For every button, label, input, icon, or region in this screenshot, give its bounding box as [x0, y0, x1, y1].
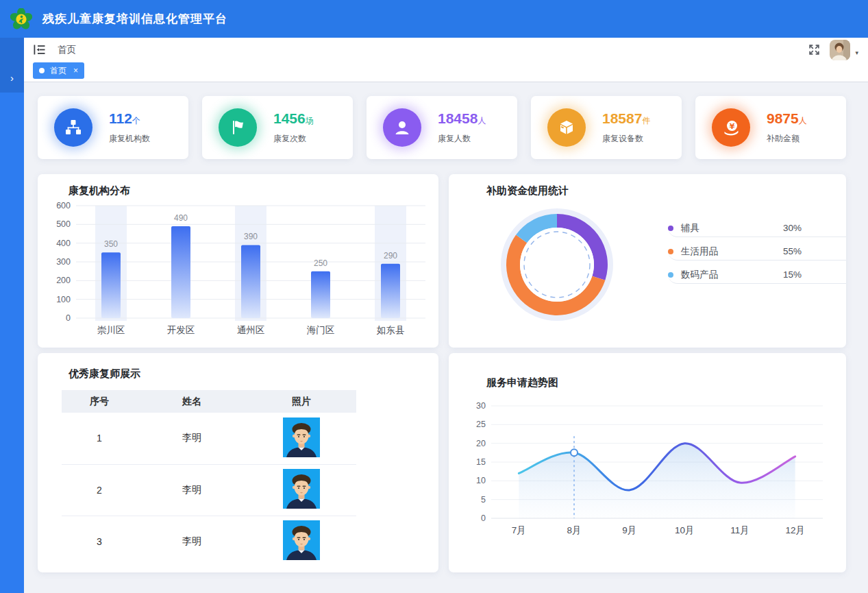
- svg-text:290: 290: [384, 251, 397, 261]
- svg-text:30: 30: [476, 401, 486, 411]
- sidebar: ›: [0, 38, 24, 593]
- user-avatar[interactable]: [830, 40, 850, 60]
- tabbar: 首页 ×: [24, 62, 868, 82]
- stat-card-subsidy: ¥ 9875人 补助金额: [695, 96, 846, 159]
- bottom-row: 优秀康复师展示 序号 姓名 照片 1 李明: [38, 353, 846, 572]
- svg-text:490: 490: [174, 213, 188, 223]
- therapist-table-card: 优秀康复师展示 序号 姓名 照片 1 李明: [38, 353, 438, 572]
- svg-text:350: 350: [104, 239, 118, 249]
- svg-text:20: 20: [476, 439, 486, 448]
- pie-legend: 辅具 30% 生活用品 55% 数码产品 15%: [668, 219, 846, 333]
- therapist-table: 序号 姓名 照片 1 李明 2 李明: [62, 390, 356, 567]
- bar-chart-card: 康复机构分布 0100200300400500600350崇川区490开发区39…: [38, 174, 438, 348]
- stat-value: 112个: [109, 110, 150, 127]
- yen-hand-icon: ¥: [712, 108, 750, 147]
- svg-text:100: 100: [56, 295, 71, 304]
- svg-text:0: 0: [66, 313, 71, 323]
- navbar: 首页 ▾: [24, 38, 868, 62]
- legend-dot: [668, 249, 673, 254]
- legend-row-shenghuo: 生活用品 55%: [668, 243, 846, 261]
- bar-chart: 0100200300400500600350崇川区490开发区390通州区250…: [45, 200, 432, 337]
- col-header-name: 姓名: [137, 390, 247, 413]
- sidebar-top: ›: [0, 38, 24, 93]
- svg-text:¥: ¥: [729, 121, 734, 130]
- legend-dot: [668, 226, 673, 231]
- svg-text:25: 25: [476, 420, 486, 429]
- legend-row-fuju: 辅具 30%: [668, 219, 846, 237]
- legend-row-shuma: 数码产品 15%: [668, 266, 846, 284]
- svg-text:12月: 12月: [785, 525, 805, 535]
- menu-collapse-icon[interactable]: [34, 45, 45, 55]
- stat-value: 18587件: [602, 110, 650, 127]
- table-row: 1 李明: [62, 413, 356, 464]
- donut-chart: [488, 196, 625, 333]
- fullscreen-icon[interactable]: [808, 44, 820, 56]
- svg-text:5: 5: [481, 495, 486, 505]
- svg-text:390: 390: [244, 232, 258, 241]
- line-chart: 0510152025307月8月9月10月11月12月: [461, 396, 834, 544]
- stat-label: 康复次数: [273, 133, 314, 145]
- box-icon: [547, 108, 586, 147]
- svg-text:11月: 11月: [730, 525, 749, 535]
- tab-home-label: 首页: [50, 65, 66, 77]
- table-header-row: 序号 姓名 照片: [62, 390, 356, 413]
- user-icon: [383, 108, 421, 147]
- dashboard-content: 112个 康复机构数 1456场 康复次数: [24, 82, 868, 572]
- bar-chart-title: 康复机构分布: [38, 174, 438, 197]
- sitemap-icon: [54, 108, 92, 147]
- svg-text:250: 250: [314, 258, 327, 268]
- app-header: 残疾儿童康复培训信息化管理平台: [0, 0, 868, 38]
- tab-home[interactable]: 首页 ×: [33, 62, 84, 79]
- stat-card-people: 18458人 康复人数: [367, 96, 517, 159]
- charts-row: 康复机构分布 0100200300400500600350崇川区490开发区39…: [38, 174, 846, 348]
- therapist-photo: [283, 520, 320, 562]
- stat-value: 18458人: [438, 110, 486, 127]
- tab-active-dot: [39, 68, 45, 73]
- flag-icon: [219, 108, 257, 147]
- svg-text:15: 15: [476, 457, 486, 467]
- svg-text:7月: 7月: [512, 525, 526, 535]
- breadcrumb-home[interactable]: 首页: [58, 44, 76, 56]
- svg-text:如东县: 如东县: [377, 325, 405, 335]
- stats-row: 112个 康复机构数 1456场 康复次数: [38, 96, 846, 159]
- app-title: 残疾儿童康复培训信息化管理平台: [42, 11, 227, 27]
- therapist-photo: [283, 417, 320, 459]
- svg-text:崇川区: 崇川区: [97, 325, 125, 335]
- svg-text:10月: 10月: [675, 525, 695, 535]
- svg-text:200: 200: [56, 276, 71, 285]
- col-header-photo: 照片: [247, 390, 356, 413]
- svg-text:10: 10: [476, 476, 486, 485]
- stat-card-equipment: 18587件 康复设备数: [531, 96, 682, 159]
- line-chart-card: 服务申请趋势图 0510152025307月8月9月10月11月12月: [449, 353, 846, 572]
- stat-label: 康复人数: [438, 133, 486, 145]
- svg-text:开发区: 开发区: [167, 325, 195, 335]
- col-header-no: 序号: [62, 390, 137, 413]
- table-row: 3 李明: [62, 516, 356, 567]
- svg-text:9月: 9月: [622, 525, 636, 535]
- sidebar-expand-icon[interactable]: ›: [10, 73, 14, 83]
- legend-dot: [668, 272, 673, 278]
- pie-chart-card: 补助资金使用统计 辅具 30% 生活用品 55%: [449, 174, 846, 348]
- stat-label: 补助金额: [767, 133, 807, 145]
- svg-text:400: 400: [56, 239, 71, 248]
- stat-card-institutions: 112个 康复机构数: [38, 96, 188, 159]
- table-row: 2 李明: [62, 464, 356, 516]
- svg-text:300: 300: [56, 257, 71, 267]
- svg-text:0: 0: [481, 513, 486, 523]
- therapist-photo: [283, 469, 320, 511]
- stat-value: 9875人: [767, 110, 807, 127]
- svg-text:通州区: 通州区: [237, 325, 265, 335]
- cdpf-logo-icon: [10, 8, 33, 31]
- svg-text:500: 500: [56, 219, 71, 229]
- svg-text:600: 600: [56, 201, 71, 210]
- stat-label: 康复设备数: [602, 133, 650, 145]
- svg-text:8月: 8月: [567, 525, 581, 535]
- table-title: 优秀康复师展示: [38, 353, 438, 380]
- avatar-dropdown-caret[interactable]: ▾: [855, 49, 858, 56]
- stat-value: 1456场: [273, 110, 314, 127]
- stat-label: 康复机构数: [109, 133, 150, 145]
- tab-close-icon[interactable]: ×: [73, 66, 78, 75]
- pie-chart-title: 补助资金使用统计: [449, 174, 846, 197]
- line-chart-title: 服务申请趋势图: [449, 353, 846, 389]
- stat-card-sessions: 1456场 康复次数: [202, 96, 353, 159]
